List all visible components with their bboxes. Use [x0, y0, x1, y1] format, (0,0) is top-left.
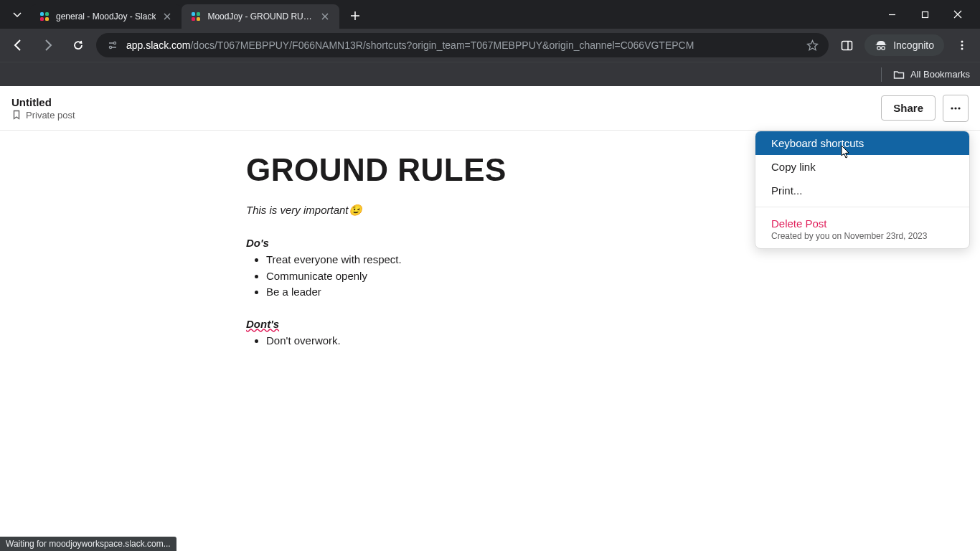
svg-point-12 [877, 47, 881, 50]
share-button[interactable]: Share [881, 95, 936, 121]
doc-privacy: Private post [11, 110, 75, 121]
all-bookmarks-button[interactable]: All Bookmarks [893, 69, 970, 80]
doc-intro: This is very important😉 [246, 204, 717, 217]
status-bar: Waiting for moodjoyworkspace.slack.com..… [0, 537, 176, 551]
svg-rect-5 [197, 12, 200, 16]
svg-rect-7 [197, 17, 200, 21]
more-actions-menu: Keyboard shortcuts Copy link Print... De… [755, 131, 970, 249]
bookmarks-bar: All Bookmarks [0, 62, 980, 86]
donts-heading: Dont's [246, 318, 717, 330]
menu-delete-post[interactable]: Delete Post Created by you on November 2… [755, 212, 969, 248]
menu-print[interactable]: Print... [755, 179, 969, 202]
svg-point-9 [113, 42, 116, 44]
back-button[interactable] [6, 33, 30, 57]
maximize-button[interactable] [908, 0, 941, 29]
reload-button[interactable] [66, 33, 90, 57]
incognito-icon [875, 39, 887, 52]
dos-heading: Do's [246, 237, 717, 249]
bookmark-star-icon[interactable] [806, 39, 819, 52]
svg-rect-2 [40, 17, 44, 21]
svg-rect-1 [45, 12, 49, 16]
site-settings-icon[interactable] [106, 39, 119, 52]
svg-rect-11 [842, 41, 852, 50]
doc-heading: GROUND RULES [246, 152, 717, 188]
tab-search-button[interactable] [9, 6, 26, 23]
donts-list: Don't overwork. [246, 333, 717, 349]
bookmark-outline-icon [11, 110, 22, 120]
svg-point-13 [882, 47, 885, 50]
doc-body[interactable]: GROUND RULES This is very important😉 Do'… [0, 131, 717, 349]
window-controls [875, 0, 974, 29]
more-actions-button[interactable] [943, 95, 969, 122]
menu-keyboard-shortcuts[interactable]: Keyboard shortcuts [755, 131, 969, 155]
list-item: Treat everyone with respect. [266, 252, 717, 268]
incognito-label: Incognito [893, 39, 934, 51]
chrome-menu-button[interactable] [950, 33, 974, 57]
tab-bar: general - MoodJoy - Slack MoodJoy - GROU… [0, 0, 980, 29]
doc-title: Untitled [11, 96, 75, 108]
browser-tab[interactable]: general - MoodJoy - Slack [30, 4, 182, 29]
toolbar-right: Incognito [834, 33, 974, 57]
list-item: Communicate openly [266, 268, 717, 285]
svg-rect-6 [192, 17, 195, 21]
tab-close-button[interactable] [161, 11, 173, 22]
app-content: Untitled Private post Share GROUND RULES… [0, 86, 980, 349]
folder-icon [893, 69, 905, 80]
created-meta: Created by you on November 23rd, 2023 [771, 231, 953, 241]
svg-rect-8 [922, 11, 928, 17]
close-window-button[interactable] [941, 0, 974, 29]
svg-point-17 [951, 107, 953, 109]
list-item: Don't overwork. [266, 333, 717, 349]
tab-title: general - MoodJoy - Slack [56, 11, 156, 22]
svg-point-14 [961, 41, 963, 43]
svg-point-18 [954, 107, 956, 109]
svg-point-10 [109, 46, 111, 48]
address-bar[interactable]: app.slack.com/docs/T067MEBPPUY/F066NAMN1… [96, 33, 829, 57]
incognito-badge[interactable]: Incognito [864, 34, 944, 56]
url-text: app.slack.com/docs/T067MEBPPUY/F066NAMN1… [126, 39, 798, 51]
dos-list: Treat everyone with respect. Communicate… [246, 252, 717, 301]
svg-rect-4 [192, 12, 195, 16]
divider [755, 207, 969, 207]
browser-tab[interactable]: MoodJoy - GROUND RULES - S [182, 4, 339, 29]
list-item: Be a leader [266, 284, 717, 301]
side-panel-button[interactable] [834, 33, 859, 57]
browser-toolbar: app.slack.com/docs/T067MEBPPUY/F066NAMN1… [0, 29, 980, 62]
divider [881, 67, 882, 82]
svg-rect-0 [40, 12, 44, 16]
forward-button[interactable] [36, 33, 60, 57]
tab-title: MoodJoy - GROUND RULES - S [207, 11, 314, 22]
slack-favicon-icon [190, 11, 202, 22]
svg-rect-3 [45, 17, 49, 21]
tab-close-button[interactable] [319, 11, 331, 22]
doc-header: Untitled Private post Share [0, 86, 980, 131]
svg-point-19 [958, 107, 960, 109]
svg-point-16 [961, 48, 963, 50]
menu-copy-link[interactable]: Copy link [755, 155, 969, 179]
minimize-button[interactable] [875, 0, 908, 29]
new-tab-button[interactable] [345, 6, 365, 26]
browser-chrome: general - MoodJoy - Slack MoodJoy - GROU… [0, 0, 980, 86]
svg-point-15 [961, 44, 963, 47]
slack-favicon-icon [39, 11, 50, 22]
